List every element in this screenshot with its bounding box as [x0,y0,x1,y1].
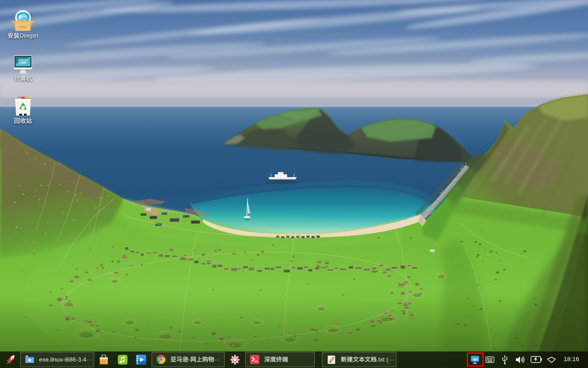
svg-text:-: - [188,356,190,363]
svg-text:exe.linux-i686-3.4···: exe.linux-i686-3.4··· [39,356,92,363]
svg-text:···: ··· [214,356,220,363]
svg-text:Deepin: Deepin [19,32,38,39]
svg-text:.txt (···: .txt (··· [377,356,394,363]
